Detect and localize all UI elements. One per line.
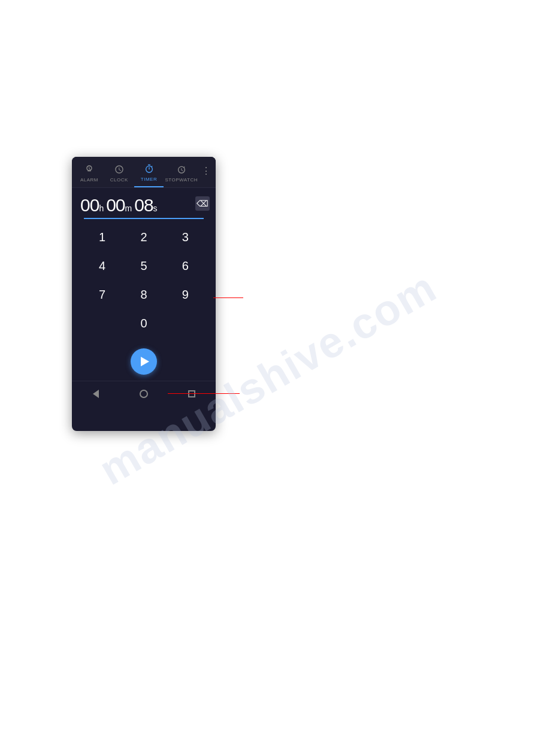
timer-underline bbox=[84, 218, 204, 219]
annotation-line-play bbox=[168, 393, 240, 394]
key-5[interactable]: 5 bbox=[128, 253, 159, 279]
key-2[interactable]: 2 bbox=[128, 224, 159, 250]
alarm-icon bbox=[84, 165, 94, 176]
keypad-row-4: 0 bbox=[81, 310, 206, 336]
timer-minutes-unit: m bbox=[125, 204, 132, 213]
sidebar-item-stopwatch[interactable]: STOPWATCH bbox=[164, 157, 199, 187]
clock-icon bbox=[114, 165, 124, 176]
timer-icon bbox=[144, 164, 154, 175]
timer-value-row: 00 h 00 m 08 s bbox=[78, 195, 210, 215]
timer-hours: 00 bbox=[80, 195, 99, 215]
timer-minutes: 00 bbox=[106, 195, 125, 215]
key-9[interactable]: 9 bbox=[170, 281, 201, 308]
keypad-row-1: 1 2 3 bbox=[81, 224, 206, 250]
annotation-line-keypad bbox=[213, 297, 243, 298]
play-section bbox=[72, 344, 216, 381]
clock-label: CLOCK bbox=[110, 177, 128, 183]
back-icon bbox=[93, 390, 99, 398]
key-0[interactable]: 0 bbox=[128, 310, 159, 336]
play-icon bbox=[141, 357, 149, 366]
key-6[interactable]: 6 bbox=[170, 253, 201, 279]
home-icon bbox=[140, 390, 148, 398]
key-4[interactable]: 4 bbox=[87, 253, 118, 279]
page-container: manualshive.com ALARM C bbox=[0, 0, 535, 756]
stopwatch-label: STOPWATCH bbox=[165, 177, 198, 183]
timer-seconds: 08 bbox=[134, 195, 153, 215]
key-1[interactable]: 1 bbox=[87, 224, 118, 250]
backspace-button[interactable]: ⌫ bbox=[195, 196, 210, 211]
stopwatch-icon bbox=[177, 165, 186, 176]
timer-label: TIMER bbox=[141, 177, 157, 182]
phone-frame: ALARM CLOCK TIMER bbox=[72, 157, 216, 431]
keypad: 1 2 3 4 5 6 7 8 9 0 bbox=[72, 219, 216, 344]
backspace-icon: ⌫ bbox=[197, 199, 208, 208]
timer-hours-unit: h bbox=[99, 204, 104, 213]
key-8[interactable]: 8 bbox=[128, 281, 159, 308]
play-button[interactable] bbox=[131, 348, 157, 375]
back-button[interactable] bbox=[72, 381, 120, 406]
keypad-row-2: 4 5 6 bbox=[81, 253, 206, 279]
timer-seconds-unit: s bbox=[153, 204, 158, 213]
more-menu-button[interactable]: ⋮ bbox=[199, 165, 213, 179]
sidebar-item-clock[interactable]: CLOCK bbox=[104, 157, 134, 187]
key-7[interactable]: 7 bbox=[87, 281, 118, 308]
sidebar-item-alarm[interactable]: ALARM bbox=[74, 157, 104, 187]
sidebar-item-timer[interactable]: TIMER bbox=[134, 157, 164, 187]
home-button[interactable] bbox=[120, 381, 168, 406]
keypad-row-3: 7 8 9 bbox=[81, 281, 206, 308]
alarm-label: ALARM bbox=[80, 177, 98, 183]
timer-display: 00 h 00 m 08 s ⌫ bbox=[72, 188, 216, 219]
nav-bar: ALARM CLOCK TIMER bbox=[72, 157, 216, 188]
key-3[interactable]: 3 bbox=[170, 224, 201, 250]
